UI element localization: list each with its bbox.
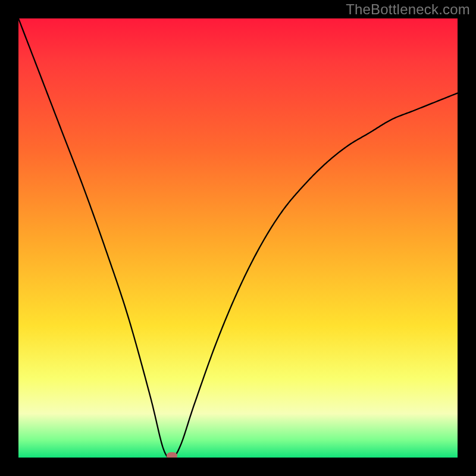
minimum-marker [167,452,177,458]
watermark: TheBottleneck.com [346,1,470,18]
heat-gradient-background [18,18,458,458]
plot-area [18,18,458,458]
chart-frame: TheBottleneck.com [0,0,476,476]
